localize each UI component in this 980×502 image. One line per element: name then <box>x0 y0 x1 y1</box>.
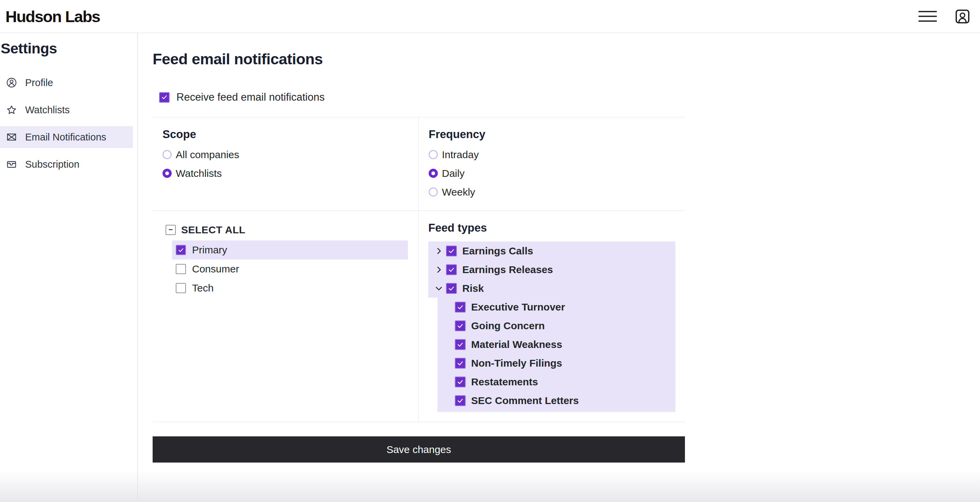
risk-item-executive-turnover[interactable]: Executive Turnover <box>438 298 675 316</box>
feed-type-label: Earnings Releases <box>462 264 553 276</box>
chevron-right-icon[interactable] <box>434 247 443 255</box>
wallet-icon <box>6 159 17 170</box>
risk-item-non-timely-filings[interactable]: Non-Timely Filings <box>438 354 675 373</box>
header-actions <box>918 8 970 24</box>
risk-item-checkbox[interactable] <box>455 376 466 387</box>
frequency-section: Frequency Intraday Daily Weekly <box>419 117 685 211</box>
risk-item-checkbox[interactable] <box>455 395 466 406</box>
watchlist-label: Consumer <box>192 263 239 275</box>
feed-type-label: Earnings Calls <box>462 245 533 257</box>
risk-item-label: Executive Turnover <box>471 301 565 313</box>
sidebar-item-label: Profile <box>25 77 53 88</box>
receive-notifications-label: Receive feed email notifications <box>177 91 325 104</box>
chevron-right-icon[interactable] <box>434 265 443 274</box>
watchlist-item-tech[interactable]: Tech <box>172 279 408 298</box>
radio-unselected[interactable] <box>162 150 172 159</box>
frequency-heading: Frequency <box>429 127 685 141</box>
risk-item-label: Material Weakness <box>471 339 562 350</box>
risk-item-material-weakness[interactable]: Material Weakness <box>438 335 675 354</box>
sidebar-item-profile[interactable]: Profile <box>0 72 133 94</box>
frequency-option-intraday[interactable]: Intraday <box>429 150 479 159</box>
radio-selected[interactable] <box>429 169 438 178</box>
chevron-down-icon[interactable] <box>434 284 443 293</box>
feed-type-checkbox[interactable] <box>446 264 457 275</box>
envelope-icon <box>6 132 17 142</box>
risk-item-label: SEC Comment Letters <box>471 395 579 406</box>
settings-sections: Scope All companies Watchlists Frequency <box>153 117 685 422</box>
account-icon[interactable] <box>955 8 970 24</box>
watchlist-item-consumer[interactable]: Consumer <box>172 260 408 279</box>
risk-item-checkbox[interactable] <box>455 339 466 350</box>
radio-selected[interactable] <box>162 169 172 178</box>
watchlist-checkbox[interactable] <box>176 283 186 293</box>
app-header: Hudson Labs <box>0 0 980 33</box>
radio-label: Watchlists <box>176 168 222 179</box>
feed-type-earnings-releases[interactable]: Earnings Releases <box>428 260 675 279</box>
scope-heading: Scope <box>162 127 418 141</box>
receive-notifications-checkbox[interactable] <box>159 92 170 103</box>
scope-option-all-companies[interactable]: All companies <box>162 150 239 159</box>
app-logo[interactable]: Hudson Labs <box>5 7 100 26</box>
risk-item-label: Restatements <box>471 376 538 388</box>
radio-unselected[interactable] <box>429 187 438 197</box>
risk-item-checkbox[interactable] <box>455 302 466 312</box>
sidebar-item-subscription[interactable]: Subscription <box>0 153 133 175</box>
user-circle-icon <box>6 77 17 88</box>
frequency-option-daily[interactable]: Daily <box>429 169 465 178</box>
risk-item-restatements[interactable]: Restatements <box>438 373 675 391</box>
select-all-checkbox[interactable] <box>165 225 176 235</box>
radio-label: All companies <box>176 149 239 161</box>
watchlist-item-primary[interactable]: Primary <box>172 241 408 260</box>
watchlist-label: Primary <box>192 244 227 256</box>
main-content: Feed email notifications Receive feed em… <box>138 33 980 502</box>
risk-item-label: Going Concern <box>471 320 545 331</box>
sidebar-item-label: Email Notifications <box>25 132 107 143</box>
page-body: Settings Profile Watchlists <box>0 33 980 502</box>
radio-unselected[interactable] <box>429 150 438 159</box>
star-icon <box>6 104 17 115</box>
risk-item-sec-comment-letters[interactable]: SEC Comment Letters <box>438 391 675 410</box>
feed-type-earnings-calls[interactable]: Earnings Calls <box>428 241 675 260</box>
radio-label: Daily <box>442 168 465 179</box>
feed-types-tree: Earnings Calls Earnings Releases <box>428 241 675 298</box>
radio-label: Weekly <box>442 186 475 198</box>
watchlists-panel: SELECT ALL Primary Consumer <box>153 211 419 422</box>
watchlist-checkbox[interactable] <box>176 245 186 255</box>
radio-label: Intraday <box>442 149 479 161</box>
risk-item-checkbox[interactable] <box>455 320 466 331</box>
feed-type-risk[interactable]: Risk <box>428 279 675 298</box>
feed-types-panel: Feed types Earnings Calls <box>419 211 685 422</box>
sidebar-item-watchlists[interactable]: Watchlists <box>0 99 133 121</box>
page-title: Feed email notifications <box>153 50 980 69</box>
feed-type-label: Risk <box>462 283 484 294</box>
frequency-option-weekly[interactable]: Weekly <box>429 187 475 197</box>
risk-subtree: Executive Turnover Going Concern <box>438 298 675 412</box>
watchlist-list: Primary Consumer Tech <box>153 241 418 298</box>
select-all-label: SELECT ALL <box>181 224 245 236</box>
watchlist-checkbox[interactable] <box>176 264 186 274</box>
receive-notifications-row[interactable]: Receive feed email notifications <box>159 91 325 104</box>
risk-item-label: Non-Timely Filings <box>471 357 562 369</box>
select-all-row[interactable]: SELECT ALL <box>165 225 245 235</box>
sidebar: Settings Profile Watchlists <box>0 33 138 502</box>
feed-type-checkbox[interactable] <box>446 245 457 257</box>
sidebar-item-label: Subscription <box>25 159 80 170</box>
sidebar-item-label: Watchlists <box>25 104 70 116</box>
save-changes-button[interactable]: Save changes <box>153 437 685 462</box>
menu-icon[interactable] <box>918 11 937 22</box>
user-avatar-icon <box>955 8 970 24</box>
feed-types-heading: Feed types <box>428 221 685 235</box>
app-root: Hudson Labs Settings <box>0 0 980 502</box>
sidebar-item-email-notifications[interactable]: Email Notifications <box>0 126 133 148</box>
scope-option-watchlists[interactable]: Watchlists <box>162 169 222 178</box>
risk-item-checkbox[interactable] <box>455 358 466 369</box>
scope-section: Scope All companies Watchlists <box>153 117 419 211</box>
feed-type-checkbox[interactable] <box>446 283 457 294</box>
sidebar-title: Settings <box>1 40 137 57</box>
risk-item-going-concern[interactable]: Going Concern <box>438 316 675 335</box>
watchlist-label: Tech <box>192 282 213 294</box>
